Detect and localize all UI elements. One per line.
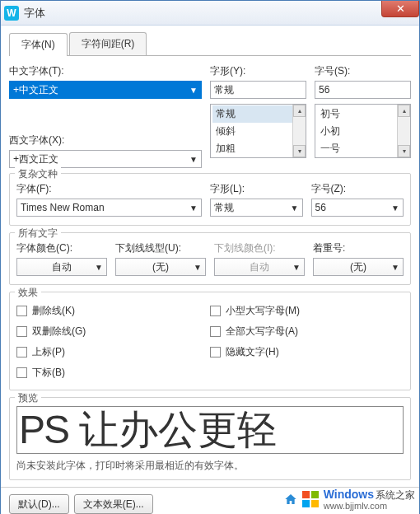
chevron-down-icon: ▼ — [391, 263, 399, 272]
chevron-down-icon: ▼ — [194, 263, 202, 272]
complex-font-label: 字体(F): — [16, 182, 202, 196]
checkbox-superscript[interactable]: 上标(P) — [16, 342, 210, 362]
app-icon: W — [4, 6, 19, 21]
watermark-url: www.bjjmlv.com — [324, 501, 415, 511]
chevron-down-icon: ▼ — [391, 203, 399, 213]
checkbox-allcaps[interactable]: 全部大写字母(A) — [210, 321, 404, 342]
chevron-down-icon: ▼ — [189, 203, 198, 213]
checkbox-icon — [210, 347, 221, 357]
preview-hint: 尚未安装此字体，打印时将采用最相近的有效字体。 — [16, 454, 404, 474]
chevron-down-icon: ▼ — [292, 263, 301, 272]
scrollbar[interactable]: ▴ ▾ — [292, 105, 306, 157]
complex-font-combo[interactable]: Times New Roman ▼ — [16, 199, 202, 217]
emphasis-label: 着重号: — [313, 241, 404, 255]
svg-rect-2 — [302, 500, 310, 507]
checkbox-icon — [16, 347, 27, 357]
checkbox-smallcaps[interactable]: 小型大写字母(M) — [210, 301, 404, 321]
tab-bar: 字体(N) 字符间距(R) — [9, 32, 411, 56]
list-item[interactable]: 加粗 — [212, 140, 304, 157]
list-item[interactable]: 初号 — [317, 105, 408, 123]
chevron-down-icon: ▼ — [189, 155, 198, 164]
alltext-fieldset: 所有文字 字体颜色(C): 自动 ▼ 下划线线型(U): (无) ▼ — [9, 232, 411, 285]
checkbox-icon — [16, 326, 27, 337]
windows-logo-icon — [302, 491, 319, 507]
style-input[interactable]: 常规 — [210, 81, 306, 99]
underline-style-dropdown[interactable]: (无) ▼ — [115, 258, 206, 276]
scroll-down-icon[interactable]: ▾ — [398, 145, 410, 157]
preview-box: PS 让办公更轻 — [16, 406, 404, 454]
fieldset-title: 效果 — [15, 286, 41, 300]
list-item[interactable]: 常规 — [212, 105, 304, 123]
window-title: 字体 — [24, 6, 45, 21]
underline-color-dropdown: 自动 ▼ — [214, 258, 305, 276]
emphasis-dropdown[interactable]: (无) ▼ — [313, 258, 404, 276]
style-label: 字形(Y): — [210, 64, 306, 78]
scroll-up-icon[interactable]: ▴ — [293, 105, 306, 117]
font-color-label: 字体颜色(C): — [16, 241, 107, 255]
titlebar: W 字体 ✕ — [1, 1, 419, 26]
tab-font[interactable]: 字体(N) — [9, 33, 68, 56]
fieldset-title: 所有文字 — [15, 227, 61, 241]
underline-color-label: 下划线颜色(I): — [214, 241, 305, 255]
underline-style-label: 下划线线型(U): — [115, 241, 206, 255]
scrollbar[interactable]: ▴ ▾ — [397, 105, 410, 157]
home-icon — [284, 493, 297, 506]
checkbox-hidden[interactable]: 隐藏文字(H) — [210, 342, 404, 362]
checkbox-icon — [210, 326, 221, 337]
fieldset-title: 复杂文种 — [15, 167, 61, 181]
svg-rect-0 — [302, 491, 310, 498]
chevron-down-icon: ▼ — [291, 203, 299, 213]
complex-size-label: 字号(Z): — [311, 182, 404, 196]
svg-rect-1 — [311, 491, 319, 498]
close-button[interactable]: ✕ — [381, 1, 419, 17]
tab-spacing[interactable]: 字符间距(R) — [69, 32, 147, 55]
default-button[interactable]: 默认(D)... — [9, 494, 69, 514]
western-font-combo[interactable]: +西文正文 ▼ — [9, 150, 202, 168]
size-listbox[interactable]: 初号 小初 一号 ▴ ▾ — [315, 104, 411, 158]
checkbox-subscript[interactable]: 下标(B) — [16, 362, 210, 383]
chevron-down-icon: ▼ — [189, 86, 198, 95]
watermark: Windows系统之家 www.bjjmlv.com — [284, 488, 415, 511]
svg-rect-3 — [311, 500, 319, 507]
text-effects-button[interactable]: 文本效果(E)... — [74, 494, 153, 514]
font-color-dropdown[interactable]: 自动 ▼ — [16, 258, 107, 276]
scroll-up-icon[interactable]: ▴ — [398, 105, 410, 117]
effects-fieldset: 效果 删除线(K) 双删除线(G) 上标(P) 下标(B) 小型大写字母(M) … — [9, 292, 411, 390]
list-item[interactable]: 一号 — [317, 140, 408, 157]
size-input[interactable]: 56 — [315, 81, 411, 99]
preview-fieldset: 预览 PS 让办公更轻 尚未安装此字体，打印时将采用最相近的有效字体。 — [9, 397, 411, 480]
checkbox-icon — [16, 367, 27, 378]
chinese-font-combo[interactable]: +中文正文 ▼ — [9, 81, 202, 99]
list-item[interactable]: 小初 — [317, 123, 408, 140]
list-item[interactable]: 倾斜 — [212, 123, 304, 140]
font-dialog: W 字体 ✕ 字体(N) 字符间距(R) 中文字体(T): +中文正文 ▼ 字形… — [0, 0, 420, 514]
size-label: 字号(S): — [315, 64, 411, 78]
complex-style-combo[interactable]: 常规 ▼ — [210, 199, 303, 217]
western-font-label: 西文字体(X): — [9, 133, 202, 147]
fieldset-title: 预览 — [15, 391, 41, 405]
complex-fieldset: 复杂文种 字体(F): Times New Roman ▼ 字形(L): 常规 … — [9, 173, 411, 226]
checkbox-double-strike[interactable]: 双删除线(G) — [16, 321, 210, 342]
style-listbox[interactable]: 常规 倾斜 加粗 ▴ ▾ — [210, 104, 306, 158]
chevron-down-icon: ▼ — [95, 263, 103, 272]
checkbox-strikethrough[interactable]: 删除线(K) — [16, 301, 210, 321]
checkbox-icon — [16, 306, 27, 316]
chinese-font-label: 中文字体(T): — [9, 64, 202, 78]
scroll-down-icon[interactable]: ▾ — [293, 145, 306, 157]
checkbox-icon — [210, 306, 221, 316]
complex-style-label: 字形(L): — [210, 182, 303, 196]
complex-size-combo[interactable]: 56 ▼ — [311, 199, 404, 217]
